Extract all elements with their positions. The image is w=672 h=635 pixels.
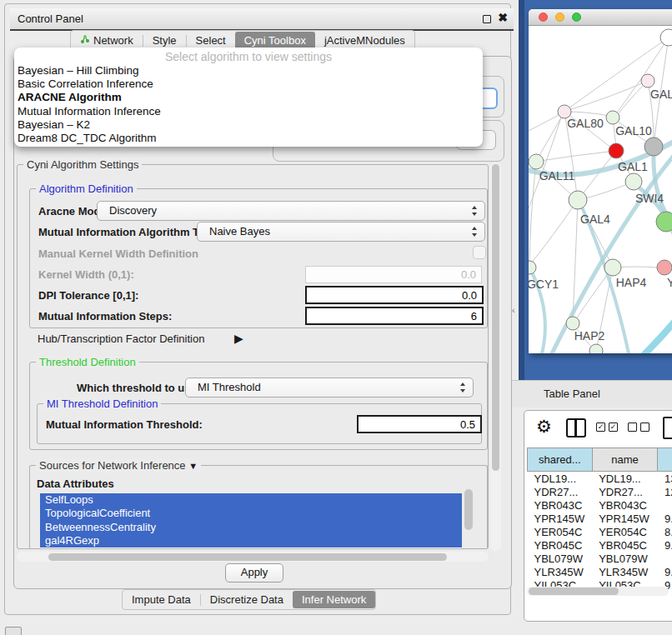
- apply-button[interactable]: Apply: [225, 563, 283, 582]
- checked-checkbox-icon[interactable]: ✓: [596, 422, 605, 432]
- node-label-y: Y: [667, 276, 672, 289]
- table-cell: [658, 552, 672, 565]
- network-node-gray-node[interactable]: [644, 138, 663, 156]
- tab-style[interactable]: Style: [143, 32, 186, 49]
- tab-select[interactable]: Select: [187, 32, 235, 49]
- column-header-name[interactable]: name: [592, 448, 658, 472]
- mi-threshold-definition-group: MI Threshold Definition Mutual Informati…: [37, 403, 482, 444]
- table-cell: YDR27...: [528, 485, 593, 498]
- tab-cyni-toolbox[interactable]: Cyni Toolbox: [235, 32, 315, 49]
- table-row[interactable]: YLR345WYLR345W9.: [528, 565, 672, 578]
- table-cell: 8.: [658, 525, 672, 538]
- manual-kernel-width-checkbox[interactable]: [473, 246, 486, 259]
- node-table[interactable]: shared...name YDL19...YDL19...13YDR27...…: [527, 448, 672, 590]
- network-node-red-node[interactable]: [609, 143, 624, 158]
- bottom-tab-bar: Impute DataDiscretize DataInfer Network: [122, 589, 376, 610]
- list-item-betweennesscentrality[interactable]: BetweennessCentrality: [40, 521, 462, 534]
- tab-label: Cyni Toolbox: [244, 32, 306, 49]
- table-row[interactable]: YBL079WYBL079W: [528, 552, 672, 565]
- tab-discretize-data[interactable]: Discretize Data: [201, 591, 293, 608]
- table-row[interactable]: YBR045CYBR045C9.: [528, 538, 672, 552]
- settings-vertical-scrollbar-thumb[interactable]: [492, 164, 499, 471]
- mi-steps-label: Mutual Information Steps:: [38, 310, 172, 322]
- unchecked-checkbox-icon[interactable]: [640, 422, 649, 432]
- tab-label: Infer Network: [302, 591, 366, 608]
- table-row[interactable]: YER054CYER054C8.: [528, 525, 672, 538]
- network-canvas[interactable]: GALGAL80GAL10GAL1GAL11SWI4GAL4GCY1HAP4YH…: [529, 25, 672, 353]
- float-window-icon[interactable]: [483, 15, 491, 23]
- table-horizontal-scrollbar-thumb[interactable]: [529, 588, 619, 595]
- dropdown-item-dream8-dc-tdc-algorithm[interactable]: Dream8 DC_TDC Algorithm: [14, 132, 483, 145]
- network-node-hap4[interactable]: [604, 259, 621, 276]
- zoom-traffic-light[interactable]: [572, 12, 581, 22]
- settings-vertical-scrollbar-track[interactable]: [490, 162, 501, 551]
- dropdown-placeholder: Select algorithm to view settings: [14, 49, 483, 64]
- list-item-gal4rgexp[interactable]: gal4RGexp: [40, 534, 462, 548]
- aracne-mode-select[interactable]: Discovery: [97, 201, 485, 221]
- collapse-triangle-icon[interactable]: ▼: [188, 461, 198, 471]
- document-icon[interactable]: [663, 417, 672, 439]
- network-node-gal1[interactable]: [625, 173, 642, 190]
- network-node-hap2[interactable]: [566, 317, 579, 330]
- tab-network[interactable]: Network: [71, 32, 143, 49]
- network-window-titlebar[interactable]: [529, 9, 672, 26]
- expand-triangle-icon[interactable]: ▶: [234, 332, 243, 345]
- close-traffic-light[interactable]: [539, 12, 548, 22]
- network-node-gal-pink[interactable]: [641, 74, 654, 88]
- network-node-salmon-node[interactable]: [657, 260, 672, 275]
- stepper-arrows-icon: [472, 227, 478, 237]
- network-node-gal4[interactable]: [569, 191, 587, 209]
- mi-steps-field[interactable]: 6: [305, 307, 484, 325]
- network-node-bottom-partial[interactable]: [589, 344, 603, 353]
- list-scrollbar-thumb[interactable]: [464, 489, 473, 530]
- table-cell: YER054C: [528, 525, 593, 538]
- kernel-width-field[interactable]: 0.0: [305, 266, 482, 283]
- dropdown-item-basic-correlation-inference[interactable]: Basic Correlation Inference: [14, 78, 483, 91]
- dropdown-item-bayesian-k2[interactable]: Bayesian – K2: [14, 118, 483, 132]
- stepper-arrows-icon: [472, 206, 478, 216]
- unchecked-checkbox-icon[interactable]: [628, 422, 637, 432]
- threshold-definition-group: Threshold Definition Which threshold to …: [29, 362, 488, 450]
- table-panel-title: Table Panel: [544, 388, 600, 400]
- data-attributes-list[interactable]: SelfLoopsTopologicalCoefficientBetweenne…: [40, 493, 462, 548]
- control-panel-titlebar[interactable]: Control Panel ✖: [10, 8, 514, 31]
- network-node-bright-green[interactable]: [656, 212, 672, 232]
- network-node-gcy1[interactable]: [529, 261, 536, 274]
- table-cell: YPR145W: [592, 512, 658, 525]
- dpi-tolerance-label: DPI Tolerance [0,1]:: [38, 289, 138, 302]
- network-node-gal10[interactable]: [606, 111, 619, 124]
- dropdown-item-bayesian-hill-climbing[interactable]: Bayesian – Hill Climbing: [14, 64, 483, 78]
- checked-checkbox-icon[interactable]: ✓: [609, 422, 618, 432]
- column-header-shared[interactable]: shared...: [528, 448, 593, 472]
- which-threshold-label: Which threshold to use:: [77, 382, 200, 394]
- close-icon[interactable]: ✖: [498, 11, 508, 24]
- split-columns-icon[interactable]: [566, 418, 586, 438]
- list-item-selfloops[interactable]: SelfLoops: [40, 493, 462, 507]
- network-node-top-partial[interactable]: [660, 29, 672, 46]
- table-row[interactable]: YBR043CYBR043C: [528, 498, 672, 512]
- dpi-tolerance-field[interactable]: 0.0: [305, 286, 484, 304]
- settings-horizontal-scrollbar-track[interactable]: [17, 552, 489, 562]
- column-header-hidden[interactable]: [658, 448, 672, 472]
- which-threshold-select[interactable]: MI Threshold: [185, 378, 474, 398]
- minimize-traffic-light[interactable]: [555, 12, 564, 22]
- tab-infer-network[interactable]: Infer Network: [293, 591, 375, 608]
- mi-threshold-field[interactable]: 0.5: [357, 415, 482, 433]
- network-node-gal11[interactable]: [529, 154, 544, 169]
- table-row[interactable]: YDL19...YDL19...13: [528, 472, 672, 486]
- tab-impute-data[interactable]: Impute Data: [123, 591, 200, 608]
- settings-horizontal-scrollbar-thumb[interactable]: [48, 553, 447, 561]
- table-row[interactable]: YPR145WYPR145W9.: [528, 512, 672, 525]
- table-row[interactable]: YDR27...YDR27...12: [528, 485, 672, 498]
- network-edge: [644, 317, 672, 353]
- splitpane-divider-arrow-icon[interactable]: ‹: [512, 305, 515, 315]
- dropdown-item-mutual-information-inference[interactable]: Mutual Information Inference: [14, 105, 483, 118]
- gear-icon[interactable]: ⚙: [536, 418, 552, 435]
- collapsed-panel-button[interactable]: [5, 627, 22, 635]
- list-item-topologicalcoefficient[interactable]: TopologicalCoefficient: [40, 507, 462, 520]
- mi-algorithm-type-select[interactable]: Naive Bayes: [197, 222, 485, 242]
- table-horizontal-scrollbar-track[interactable]: [527, 587, 669, 596]
- tab-jactivemnodules[interactable]: jActiveMNodules: [315, 32, 414, 49]
- network-window[interactable]: GALGAL80GAL10GAL1GAL11SWI4GAL4GCY1HAP4YH…: [529, 9, 672, 353]
- dropdown-item-aracne-algorithm[interactable]: ARACNE Algorithm: [14, 91, 483, 104]
